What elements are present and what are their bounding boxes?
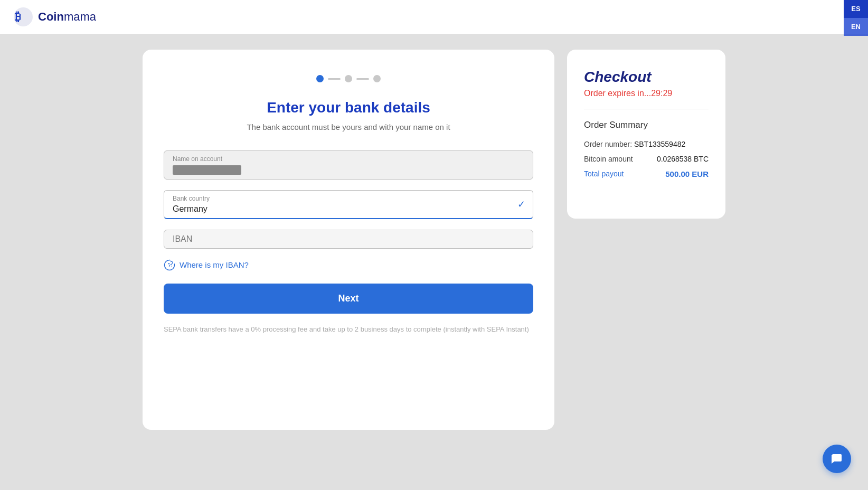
order-number-label: Order number: SBT133559482 xyxy=(584,140,685,148)
logo: ₿ Coinmama xyxy=(13,6,96,27)
chat-button[interactable] xyxy=(823,445,851,473)
lang-en-button[interactable]: EN xyxy=(844,18,868,36)
bank-country-field-group: Bank country Germany ✓ xyxy=(164,190,533,219)
bitcoin-amount-label: Bitcoin amount xyxy=(584,155,633,163)
name-on-account-masked xyxy=(173,165,524,175)
step-3-dot xyxy=(373,75,381,82)
bank-country-value-row: Germany ✓ xyxy=(173,204,524,214)
bank-country-wrapper: Bank country Germany ✓ xyxy=(164,190,533,219)
step-indicator xyxy=(316,75,381,82)
checkout-divider xyxy=(584,109,709,109)
iban-help-link[interactable]: Where is my IBAN? xyxy=(180,260,249,269)
order-summary-title: Order Summary xyxy=(584,120,709,130)
step-line-2 xyxy=(356,78,369,80)
form-subtitle: The bank account must be yours and with … xyxy=(247,123,450,131)
step-1-dot xyxy=(316,75,324,82)
bank-country-value: Germany xyxy=(173,204,207,214)
logo-text: Coinmama xyxy=(38,10,96,24)
svg-text:₿: ₿ xyxy=(15,10,21,23)
step-2-dot xyxy=(345,75,352,82)
sepa-note: SEPA bank transfers have a 0% processing… xyxy=(164,324,533,335)
iban-input[interactable] xyxy=(173,234,524,244)
total-payout-value: 500.00 EUR xyxy=(665,169,709,178)
total-payout-label: Total payout xyxy=(584,169,624,178)
name-on-account-field-group: Name on account xyxy=(164,150,533,180)
next-button[interactable]: Next xyxy=(164,284,533,314)
order-expires: Order expires in...29:29 xyxy=(584,89,709,98)
name-on-account-label: Name on account xyxy=(173,155,524,163)
header: ₿ Coinmama ES EN xyxy=(0,0,868,34)
iban-help-container: ? Where is my IBAN? xyxy=(164,259,533,271)
checkout-card: Checkout Order expires in...29:29 Order … xyxy=(567,50,725,219)
coinmama-logo-icon: ₿ xyxy=(13,6,34,27)
language-switcher: ES EN xyxy=(844,0,868,36)
svg-point-5 xyxy=(171,266,172,267)
bitcoin-amount-row: Bitcoin amount 0.0268538 BTC xyxy=(584,155,709,163)
bank-country-label: Bank country xyxy=(173,195,524,202)
total-payout-row: Total payout 500.00 EUR xyxy=(584,169,709,178)
iban-wrapper xyxy=(164,230,533,249)
bitcoin-amount-value: 0.0268538 BTC xyxy=(657,155,709,163)
form-title: Enter your bank details xyxy=(267,99,430,116)
svg-point-4 xyxy=(169,260,175,265)
bank-details-form-card: Enter your bank details The bank account… xyxy=(143,50,554,430)
iban-help-icon: ? xyxy=(164,259,175,271)
checkout-title: Checkout xyxy=(584,69,709,86)
iban-field-group xyxy=(164,230,533,249)
checkmark-icon: ✓ xyxy=(517,199,525,210)
order-number-row: Order number: SBT133559482 xyxy=(584,140,709,148)
chat-icon xyxy=(830,452,844,466)
name-on-account-wrapper: Name on account xyxy=(164,150,533,180)
main-content: Enter your bank details The bank account… xyxy=(0,34,868,490)
step-line-1 xyxy=(328,78,341,80)
lang-es-button[interactable]: ES xyxy=(844,0,868,18)
